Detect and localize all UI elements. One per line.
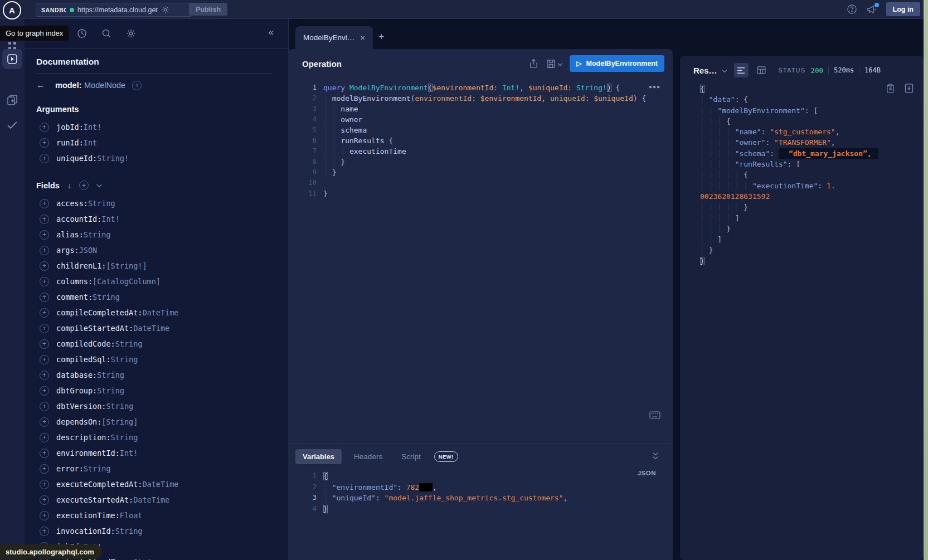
add-field-icon[interactable]: + [40, 261, 49, 271]
argument-row[interactable]: + jobId:Int! [36, 119, 273, 135]
add-field-icon[interactable]: + [40, 417, 49, 427]
login-button[interactable]: Log in [886, 2, 921, 16]
variables-section: Variables Headers Script NEW! 1234 {│ "e… [288, 443, 673, 560]
sort-fields-icon[interactable]: ↓ [67, 181, 71, 190]
add-field-icon[interactable]: + [40, 355, 49, 364]
add-field-icon[interactable]: + [40, 215, 49, 224]
add-field-icon[interactable]: + [40, 308, 49, 318]
keyboard-shortcuts-icon[interactable] [649, 411, 660, 419]
operation-code-editor[interactable]: 1234567891011 query ModelByEnvironment($… [288, 78, 673, 199]
save-dropdown-chevron-icon[interactable] [558, 61, 562, 66]
tab-variables[interactable]: Variables [295, 449, 342, 464]
search-icon[interactable] [101, 28, 111, 38]
argument-row[interactable]: + runId:Int [36, 135, 273, 150]
response-dropdown-chevron-icon[interactable] [722, 68, 726, 72]
field-row[interactable]: + compileCompletedAt:DateTime [36, 305, 273, 320]
field-row[interactable]: + compiledCode:String [36, 336, 273, 352]
field-row[interactable]: + compileStartedAt:DateTime [36, 320, 273, 336]
code-line: { [323, 471, 567, 482]
add-argument-icon[interactable]: + [40, 154, 49, 163]
download-response-icon[interactable] [905, 84, 914, 93]
add-field-icon[interactable]: + [40, 527, 49, 536]
copy-response-icon[interactable] [886, 84, 895, 93]
help-icon[interactable] [847, 4, 857, 14]
add-field-icon[interactable]: + [40, 433, 49, 442]
raw-view-button[interactable] [734, 63, 749, 77]
endpoint-settings-gear-icon[interactable] [161, 6, 169, 14]
divider [36, 73, 273, 74]
add-field-icon[interactable]: + [40, 277, 49, 286]
tab-script[interactable]: Script [395, 452, 427, 461]
add-field-icon[interactable]: + [40, 339, 49, 349]
save-group[interactable] [546, 59, 562, 69]
add-field-icon[interactable]: + [40, 293, 49, 302]
new-tab-icon[interactable]: + [378, 31, 385, 43]
publish-button[interactable]: Publish [189, 3, 227, 16]
operation-menu-icon[interactable]: ●●● [649, 84, 660, 90]
field-row[interactable]: + description:String [36, 430, 273, 445]
code-line: │ │ name [323, 104, 646, 114]
add-field-icon[interactable]: + [40, 386, 49, 396]
history-icon[interactable] [77, 28, 87, 38]
field-row[interactable]: + access:String [36, 196, 273, 211]
field-row[interactable]: + accountId:Int! [36, 211, 273, 227]
settings-gear-icon[interactable] [126, 28, 136, 38]
response-viewer[interactable]: {│ "data": {│ │ "modelByEnvironment": [│… [680, 77, 924, 266]
add-type-icon[interactable]: + [132, 81, 142, 90]
add-field-icon[interactable]: + [40, 230, 49, 240]
nav-explorer-button[interactable] [2, 49, 22, 69]
field-row[interactable]: + invocationId:String [36, 523, 273, 539]
argument-row[interactable]: + uniqueId:String! [36, 150, 273, 166]
table-view-button[interactable] [754, 63, 769, 77]
share-icon[interactable] [529, 59, 538, 69]
field-row[interactable]: + dbtVersion:String [36, 398, 273, 414]
nav-schema-button[interactable] [2, 90, 22, 110]
add-field-icon[interactable]: + [40, 449, 49, 458]
field-name: executeStartedAt: [56, 495, 133, 504]
field-row[interactable]: + args:JSON [36, 242, 273, 258]
code-line: │ │ │ { [700, 116, 878, 126]
operation-tab[interactable]: ModelByEnvi… × [295, 26, 373, 49]
apollo-logo[interactable]: A [3, 1, 21, 20]
back-arrow-icon[interactable]: ← [36, 80, 45, 90]
field-row[interactable]: + environmentId:Int! [36, 445, 273, 461]
add-field-icon[interactable]: + [40, 480, 49, 489]
field-row[interactable]: + columns:[CatalogColumn] [36, 274, 273, 289]
nav-checks-button[interactable] [2, 115, 22, 135]
add-field-icon[interactable]: + [40, 511, 49, 520]
announcements-megaphone-icon[interactable] [866, 4, 877, 14]
doc-type-name[interactable]: ModelNode [84, 81, 125, 90]
field-row[interactable]: + error:String [36, 461, 273, 476]
code-line: │ } [323, 167, 646, 178]
add-argument-icon[interactable]: + [40, 138, 49, 148]
field-row[interactable]: + comment:String [36, 289, 273, 305]
add-all-fields-icon[interactable]: + [79, 181, 89, 190]
field-type: DateTime [142, 308, 178, 317]
field-row[interactable]: + compiledSql:String [36, 352, 273, 367]
field-row[interactable]: + dbtGroup:String [36, 383, 273, 398]
tab-headers[interactable]: Headers [347, 452, 389, 461]
field-row[interactable]: + executeStartedAt:DateTime [36, 492, 273, 508]
run-operation-button[interactable]: ▷ ModelByEnvironment [570, 55, 664, 72]
endpoint-url-input[interactable]: https://metadata.cloud.get [66, 3, 192, 17]
add-field-icon[interactable]: + [40, 371, 49, 380]
add-field-icon[interactable]: + [40, 464, 49, 474]
add-field-icon[interactable]: + [40, 324, 49, 333]
field-row[interactable]: + executionTime:Float [36, 508, 273, 523]
field-row[interactable]: + alias:String [36, 227, 273, 242]
add-field-icon[interactable]: + [40, 495, 49, 505]
add-argument-icon[interactable]: + [40, 123, 49, 132]
add-field-icon[interactable]: + [40, 246, 49, 255]
collapse-variables-icon[interactable] [654, 451, 657, 459]
collapse-panel-icon[interactable]: « [269, 27, 274, 38]
save-icon[interactable] [546, 59, 556, 69]
add-field-icon[interactable]: + [40, 199, 49, 208]
field-row[interactable]: + dependsOn:[String] [36, 414, 273, 430]
variables-editor[interactable]: 1234 {│ "environmentId": 782 ,│ "uniqueI… [288, 464, 673, 514]
field-row[interactable]: + database:String [36, 367, 273, 383]
add-field-icon[interactable]: + [40, 402, 49, 411]
field-row[interactable]: + executeCompletedAt:DateTime [36, 476, 273, 492]
close-tab-icon[interactable]: × [360, 33, 365, 42]
field-row[interactable]: + childrenL1:[String!] [36, 258, 273, 274]
chevron-down-icon[interactable] [96, 182, 102, 187]
